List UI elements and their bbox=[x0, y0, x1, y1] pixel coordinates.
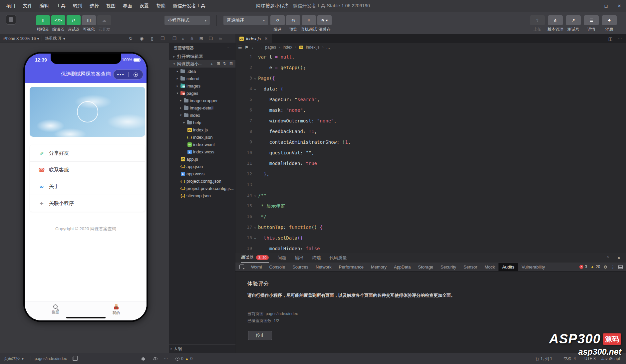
refresh-icon[interactable]: ↻ bbox=[223, 61, 226, 67]
tab-index-js[interactable]: JS index.js ✕ bbox=[235, 34, 272, 43]
breadcrumb-index[interactable]: index bbox=[283, 45, 292, 50]
bookmark-icon[interactable]: ⚑ bbox=[245, 45, 249, 50]
fold-chevron-icon[interactable]: ⌄ bbox=[252, 190, 258, 201]
devtools-tab-audits[interactable]: Audits bbox=[498, 263, 518, 271]
devtools-tab-mock[interactable]: Mock bbox=[481, 263, 498, 271]
new-folder-icon[interactable]: ⊞ bbox=[217, 61, 220, 67]
more-icon[interactable]: ⋯ bbox=[618, 36, 622, 41]
stop-button[interactable]: 停止 bbox=[248, 331, 272, 340]
devtools-tab-storage[interactable]: Storage bbox=[415, 263, 437, 271]
eye-icon[interactable] bbox=[153, 353, 157, 364]
maximize-icon[interactable]: □ bbox=[599, 0, 613, 12]
search-icon[interactable]: ⌕ bbox=[182, 36, 184, 41]
tree-item-colorui[interactable]: ▸colorui bbox=[169, 75, 235, 82]
menu-item-关联小程序[interactable]: +关联小程序 bbox=[30, 195, 145, 212]
menu-item-2[interactable]: 文件 bbox=[20, 2, 35, 10]
record-icon[interactable]: ◉ bbox=[140, 36, 144, 41]
tree-item-project.private.config.js...[interactable]: {..}project.private.config.js... bbox=[169, 185, 235, 192]
menu-item-4[interactable]: 工具 bbox=[53, 2, 69, 10]
more-menu-icon[interactable]: ●●● bbox=[114, 73, 128, 76]
menu-item-关于[interactable]: ∞关于 bbox=[30, 178, 145, 195]
menu-item-5[interactable]: 转到 bbox=[70, 2, 85, 10]
new-file-icon[interactable]: ＋ bbox=[210, 61, 214, 67]
code-area[interactable]: 1var t = null,2 e = getApp();3⌄Page({4⌄ … bbox=[235, 52, 626, 253]
menu-item-联系客服[interactable]: ☎联系客服 bbox=[30, 162, 145, 178]
fold-chevron-icon[interactable]: ⌄ bbox=[252, 222, 258, 233]
tree-item-image-cropper[interactable]: ▸image-cropper bbox=[169, 97, 235, 104]
breadcrumb-more[interactable]: … bbox=[326, 45, 330, 50]
devtools-tab-vulnerability[interactable]: Vulnerability bbox=[518, 263, 548, 271]
indent-setting[interactable]: 空格: 4 bbox=[563, 353, 576, 364]
devtools-tab-console[interactable]: Console bbox=[266, 263, 289, 271]
详情-button[interactable]: ☰ bbox=[584, 15, 599, 25]
tree-item-index.wxml[interactable]: </>index.wxml bbox=[169, 141, 235, 148]
menu-item-分享好友[interactable]: ⇗分享好友 bbox=[30, 145, 145, 162]
devtools-tab-network[interactable]: Network bbox=[312, 263, 335, 271]
tree-item-index.json[interactable]: {..}index.json bbox=[169, 133, 235, 141]
tree-item-...[interactable]: ▾网课搜题小...＋⊞↻⊟ bbox=[169, 60, 235, 68]
devtools-tab-sources[interactable]: Sources bbox=[289, 263, 312, 271]
kebab-menu-icon[interactable]: ⋮ bbox=[611, 265, 615, 270]
device-select[interactable]: iPhone X 100% 16▾ bbox=[0, 36, 42, 41]
devtools-tab-sensor[interactable]: Sensor bbox=[460, 263, 481, 271]
menu-item-6[interactable]: 选择 bbox=[87, 2, 102, 10]
tree-item-images[interactable]: ▸images bbox=[169, 82, 235, 90]
collapse-panel-icon[interactable]: ⌃ bbox=[606, 256, 610, 261]
more-icon[interactable]: ⋯ bbox=[164, 353, 168, 364]
debugger-tab-问题[interactable]: 问题 bbox=[277, 253, 286, 263]
模拟器-button[interactable]: ▯ bbox=[36, 15, 50, 25]
menu-item-11[interactable]: 微信开发者工具 bbox=[170, 2, 208, 10]
版本管理-button[interactable]: ⋔ bbox=[548, 15, 563, 25]
notifications-icon[interactable] bbox=[142, 353, 145, 364]
files-icon[interactable]: ❐ bbox=[172, 36, 176, 41]
breadcrumb-pages[interactable]: pages bbox=[265, 45, 276, 50]
exit-miniprogram-icon[interactable] bbox=[129, 73, 143, 77]
window-icon[interactable]: ❏ bbox=[209, 36, 213, 41]
menu-item-10[interactable]: 帮助 bbox=[153, 2, 168, 10]
forward-icon[interactable]: → bbox=[258, 45, 262, 50]
device-frame-icon[interactable]: ▯ bbox=[151, 36, 153, 41]
mode-select[interactable]: 小程序模式▾ bbox=[164, 16, 210, 25]
gear-icon[interactable]: ⚙ bbox=[603, 265, 607, 270]
collapse-all-icon[interactable]: ⊟ bbox=[229, 61, 233, 67]
rotate-icon[interactable]: ↻ bbox=[129, 36, 133, 41]
devtools-tab-memory[interactable]: Memory bbox=[367, 263, 390, 271]
tree-item-app.json[interactable]: {..}app.json bbox=[169, 163, 235, 170]
devtools-tab-security[interactable]: Security bbox=[437, 263, 460, 271]
编译-button[interactable]: ↻ bbox=[270, 15, 285, 25]
tree-item-sitemap.json[interactable]: {..}sitemap.json bbox=[169, 192, 235, 199]
close-icon[interactable]: ✕ bbox=[613, 0, 626, 12]
cursor-position[interactable]: 行 1, 列 1 bbox=[535, 353, 552, 364]
tree-item-image-detail[interactable]: ▸image-detail bbox=[169, 104, 235, 111]
inspect-element-icon[interactable] bbox=[239, 265, 244, 269]
tree-item-pages[interactable]: ▾pages bbox=[169, 90, 235, 97]
page-path-select[interactable]: 页面路径 ▾ bbox=[4, 353, 24, 364]
compile-mode-select[interactable]: 普通编译▾ bbox=[223, 16, 268, 25]
detach-window-icon[interactable]: ❐ bbox=[160, 36, 164, 41]
可视化-button[interactable]: ◫ bbox=[82, 15, 96, 25]
清缓存-button[interactable]: ≋ ▾ bbox=[317, 15, 332, 25]
devtools-tab-performance[interactable]: Performance bbox=[335, 263, 367, 271]
tree-item-index.js[interactable]: JSindex.js bbox=[169, 126, 235, 133]
project-avatar[interactable] bbox=[6, 15, 16, 25]
tree-item-project.config.json[interactable]: {..}project.config.json bbox=[169, 177, 235, 185]
avatar[interactable] bbox=[77, 101, 98, 122]
debugger-tab-代码质量[interactable]: 代码质量 bbox=[329, 253, 347, 263]
git-icon[interactable]: ⋔ bbox=[190, 36, 194, 41]
menu-item-9[interactable]: 设置 bbox=[137, 2, 152, 10]
language-mode[interactable]: JavaScript bbox=[601, 353, 620, 364]
预览-button[interactable]: ◎ bbox=[286, 15, 300, 25]
dock-panel-icon[interactable] bbox=[618, 265, 623, 269]
fold-chevron-icon[interactable]: ⌄ bbox=[252, 73, 258, 84]
copy-path-icon[interactable] bbox=[73, 353, 76, 364]
cloud-tools-icon[interactable]: ☕ bbox=[218, 36, 222, 41]
tree-item-index[interactable]: ▾index bbox=[169, 111, 235, 119]
debugger-tab-输出[interactable]: 输出 bbox=[295, 253, 303, 263]
breadcrumb-file[interactable]: index.js bbox=[306, 45, 320, 50]
debugger-tab-终端[interactable]: 终端 bbox=[312, 253, 321, 263]
menu-item-7[interactable]: 视图 bbox=[103, 2, 119, 10]
tree-item-help[interactable]: ▸help bbox=[169, 119, 235, 126]
fold-chevron-icon[interactable]: ⌄ bbox=[252, 233, 258, 243]
outline-list-icon[interactable]: ☰ bbox=[238, 45, 242, 50]
debugger-tab-调试器[interactable]: 调试器3, 20 bbox=[241, 253, 269, 263]
